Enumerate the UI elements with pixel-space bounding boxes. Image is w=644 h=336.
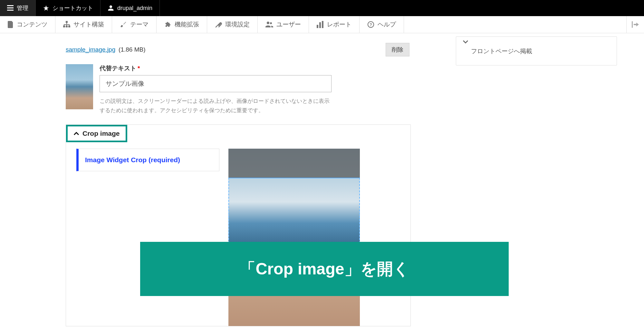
image-thumbnail xyxy=(66,64,93,109)
manage-button[interactable]: 管理 xyxy=(0,0,36,16)
alt-text-input[interactable] xyxy=(100,75,332,92)
puzzle-icon xyxy=(164,21,171,28)
menu-structure-label: サイト構築 xyxy=(73,20,104,29)
svg-rect-1 xyxy=(7,7,14,8)
menu-config[interactable]: 環境設定 xyxy=(207,16,258,33)
svg-rect-11 xyxy=(322,21,323,28)
chevron-down-icon xyxy=(463,40,468,44)
menu-config-label: 環境設定 xyxy=(225,20,250,29)
menu-help[interactable]: ? ヘルプ xyxy=(360,16,404,33)
admin-toolbar: 管理 ショートカット drupal_admin xyxy=(0,0,644,16)
menu-content[interactable]: コンテンツ xyxy=(0,16,55,33)
users-icon xyxy=(265,21,273,28)
svg-rect-2 xyxy=(7,10,14,11)
sidebar-collapse-toggle[interactable] xyxy=(456,37,617,47)
brush-icon xyxy=(120,21,127,28)
collapse-toolbar-button[interactable] xyxy=(626,16,644,33)
chevron-up-icon xyxy=(73,132,79,135)
admin-menu: コンテンツ サイト構築 テーマ 機能拡張 環境設定 ユーザー レポート ? ヘル… xyxy=(0,16,644,33)
wrench-icon xyxy=(215,21,222,28)
menu-reports-label: レポート xyxy=(327,20,351,29)
star-icon xyxy=(43,5,49,11)
user-icon xyxy=(108,5,114,11)
svg-rect-6 xyxy=(68,25,70,27)
structure-icon xyxy=(63,21,70,28)
tab-image-widget-crop[interactable]: Image Widget Crop (required) xyxy=(76,149,219,171)
menu-structure[interactable]: サイト構築 xyxy=(55,16,112,33)
manage-label: 管理 xyxy=(17,4,28,12)
shortcuts-label: ショートカット xyxy=(53,4,93,12)
sidebar-box: フロントページへ掲載 xyxy=(456,36,617,65)
menu-users-label: ユーザー xyxy=(276,20,301,29)
menu-users[interactable]: ユーザー xyxy=(258,16,309,33)
svg-point-8 xyxy=(270,22,272,24)
file-link[interactable]: sample_image.jpg xyxy=(66,46,115,53)
crop-mask-top xyxy=(228,149,360,178)
alt-text-label: 代替テキスト* xyxy=(100,64,411,73)
svg-rect-4 xyxy=(63,25,65,27)
image-file-row: sample_image.jpg (1.86 MB) 削除 xyxy=(66,43,411,56)
menu-extend[interactable]: 機能拡張 xyxy=(157,16,207,33)
alt-text-description: この説明文は、スクリーンリーダーによる読み上げや、画像がロードされていないときに… xyxy=(100,97,332,115)
menu-theme[interactable]: テーマ xyxy=(112,16,157,33)
promote-frontpage-label: フロントページへ掲載 xyxy=(456,47,617,55)
menu-extend-label: 機能拡張 xyxy=(175,20,199,29)
collapse-icon xyxy=(632,21,639,28)
remove-button[interactable]: 削除 xyxy=(386,43,409,56)
svg-text:?: ? xyxy=(370,22,372,27)
crop-image-summary-label: Crop image xyxy=(82,130,120,137)
menu-content-label: コンテンツ xyxy=(17,20,47,29)
help-icon: ? xyxy=(367,21,374,28)
alt-text-block: 代替テキスト* この説明文は、スクリーンリーダーによる読み上げや、画像がロードさ… xyxy=(66,64,411,115)
svg-rect-0 xyxy=(7,5,14,6)
hamburger-icon xyxy=(7,5,14,11)
svg-rect-9 xyxy=(317,25,318,28)
svg-rect-14 xyxy=(632,21,633,28)
file-size: (1.86 MB) xyxy=(119,46,145,53)
crop-preview[interactable] xyxy=(228,149,360,326)
required-indicator: * xyxy=(138,65,140,72)
shortcuts-button[interactable]: ショートカット xyxy=(36,0,101,16)
chart-icon xyxy=(317,21,324,28)
file-icon xyxy=(8,21,14,28)
annotation-banner: 「Crop image」を開く xyxy=(140,242,509,296)
user-label: drupal_admin xyxy=(117,5,152,12)
user-button[interactable]: drupal_admin xyxy=(101,0,160,16)
menu-help-label: ヘルプ xyxy=(378,20,396,29)
crop-tabs: Image Widget Crop (required) xyxy=(76,149,219,326)
svg-point-7 xyxy=(267,22,269,24)
crop-image-summary[interactable]: Crop image xyxy=(66,125,127,142)
menu-theme-label: テーマ xyxy=(130,20,149,29)
svg-rect-3 xyxy=(66,21,68,23)
svg-rect-10 xyxy=(319,22,321,28)
menu-reports[interactable]: レポート xyxy=(309,16,360,33)
svg-rect-5 xyxy=(66,25,68,27)
